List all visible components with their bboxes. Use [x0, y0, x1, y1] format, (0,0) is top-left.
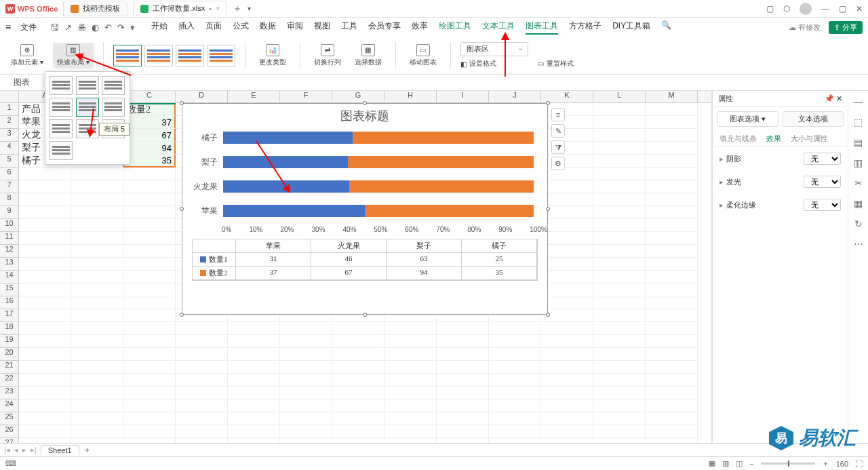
sheet-tab-1[interactable]: Sheet1	[41, 445, 79, 455]
file-menu[interactable]: 文件	[16, 20, 41, 35]
col-D[interactable]: D	[176, 91, 228, 102]
tab-menu-button[interactable]: ▾	[248, 5, 251, 12]
col-L[interactable]: L	[593, 91, 646, 102]
prop-softedge[interactable]: ▸柔化边缘无	[713, 193, 848, 216]
chart-styles-icon[interactable]: ✎	[551, 124, 565, 138]
layout-7[interactable]	[50, 119, 73, 138]
layout-2[interactable]	[76, 76, 99, 95]
tab-text-options[interactable]: 文本选项	[783, 111, 844, 127]
export-icon[interactable]: ↗	[64, 22, 72, 33]
style-thumb-4[interactable]	[207, 45, 235, 66]
search-icon[interactable]: 🔍	[661, 20, 671, 35]
zoom-out-icon[interactable]: −	[749, 460, 753, 468]
prop-shadow[interactable]: ▸阴影无	[713, 147, 848, 170]
zoom-level[interactable]: 160	[836, 460, 848, 468]
col-M[interactable]: M	[646, 91, 698, 102]
menu-efficiency[interactable]: 效率	[412, 20, 428, 35]
col-G[interactable]: G	[332, 91, 384, 102]
chart-elements-icon[interactable]: ≡	[551, 108, 565, 121]
menu-text-tools[interactable]: 文本工具	[482, 20, 515, 35]
sheet-next-icon[interactable]: ▸	[22, 446, 26, 454]
layout-10[interactable]	[50, 141, 73, 160]
menu-data[interactable]: 数据	[260, 20, 276, 35]
preview-icon[interactable]: ◐	[92, 22, 99, 33]
layout-5[interactable]	[76, 98, 99, 117]
sheet-prev-icon[interactable]: ◂	[14, 446, 18, 454]
menu-insert[interactable]: 插入	[178, 20, 195, 35]
subtab-size[interactable]: 大小与属性	[791, 134, 828, 144]
chart-area-select[interactable]: 图表区	[460, 42, 528, 56]
minimize-icon[interactable]: —	[821, 4, 829, 14]
undo-icon[interactable]: ↶	[104, 22, 112, 33]
softedge-select[interactable]: 无	[804, 199, 841, 211]
close-panel-icon[interactable]: ✕	[836, 94, 842, 102]
redo-icon[interactable]: ↷	[117, 22, 125, 33]
col-C[interactable]: C	[123, 91, 176, 102]
chart-object[interactable]: 图表标题 橘子梨子火龙果苹果 0%10%20%30%40%50%60%70%80…	[182, 103, 548, 315]
add-sheet-button[interactable]: ＋	[83, 445, 91, 455]
move-chart-button[interactable]: ▭移动图表	[406, 43, 441, 68]
menu-tools[interactable]: 工具	[341, 20, 357, 35]
save-icon[interactable]: 🖫	[50, 22, 59, 33]
style-thumb-3[interactable]	[176, 45, 204, 66]
maximize-icon[interactable]: ▢	[839, 4, 846, 14]
menu-review[interactable]: 审阅	[287, 20, 303, 35]
side-filter-icon[interactable]: ▥	[854, 157, 863, 168]
close-window-icon[interactable]: ✕	[856, 4, 863, 14]
side-refresh-icon[interactable]: ↻	[854, 218, 863, 229]
sheet-last-icon[interactable]: ▸|	[31, 446, 37, 454]
sheet-first-icon[interactable]: |◂	[4, 446, 10, 454]
menu-fangfang[interactable]: 方方格子	[569, 20, 601, 35]
prop-glow[interactable]: ▸发光无	[713, 170, 848, 193]
cloud-status[interactable]: ☁ 有修改	[789, 22, 821, 33]
share-button[interactable]: ⇪ 分享	[829, 21, 863, 34]
side-more-icon[interactable]: ⋯	[854, 239, 863, 250]
tab-templates[interactable]: 找稻壳模板	[63, 1, 127, 16]
menu-chart-tools[interactable]: 图表工具	[526, 20, 558, 35]
menu-icon[interactable]: ≡	[5, 22, 11, 33]
glow-select[interactable]: 无	[804, 176, 841, 188]
window-restore-icon[interactable]: ▢	[766, 4, 774, 14]
zoom-in-icon[interactable]: ＋	[822, 458, 829, 469]
shadow-select[interactable]: 无	[804, 153, 841, 165]
col-J[interactable]: J	[489, 91, 541, 102]
menu-diy[interactable]: DIY工具箱	[612, 20, 650, 35]
set-format-button[interactable]: ◧ 设置格式	[460, 59, 528, 68]
layout-8[interactable]	[76, 119, 99, 138]
pin-icon[interactable]: 📌	[825, 94, 834, 102]
new-tab-button[interactable]: ＋	[233, 3, 242, 15]
side-style-icon[interactable]: ▤	[854, 137, 863, 148]
subtab-effect[interactable]: 效果	[766, 134, 781, 144]
layout-3[interactable]	[102, 76, 125, 95]
menu-view[interactable]: 视图	[314, 20, 330, 35]
reset-style-button[interactable]: ▭ 重置样式	[538, 59, 574, 68]
select-all-corner[interactable]	[0, 91, 19, 102]
view-page-icon[interactable]: ▥	[722, 459, 729, 468]
menu-drawing-tools[interactable]: 绘图工具	[439, 20, 471, 35]
name-box[interactable]: 图表	[0, 77, 43, 88]
view-break-icon[interactable]: ◫	[736, 459, 743, 468]
side-layers-icon[interactable]: ▦	[854, 198, 863, 209]
qat-more-icon[interactable]: ▾	[130, 22, 135, 33]
col-F[interactable]: F	[280, 91, 332, 102]
tab-chart-options[interactable]: 图表选项 ▾	[717, 111, 778, 127]
menu-vip[interactable]: 会员专享	[368, 20, 401, 35]
menu-start[interactable]: 开始	[151, 20, 167, 35]
layout-6[interactable]	[102, 98, 125, 117]
side-sort-icon[interactable]: ✂	[854, 178, 863, 189]
quick-layout-button[interactable]: ▥快速布局 ▾	[53, 43, 94, 68]
select-data-button[interactable]: ▦选择数据	[351, 43, 386, 68]
change-type-button[interactable]: 📊更改类型	[255, 43, 290, 68]
chart-filter-icon[interactable]: ⧩	[551, 140, 565, 154]
chart-title[interactable]: 图表标题	[182, 104, 547, 125]
cube-icon[interactable]: ⬡	[783, 4, 790, 14]
menu-page[interactable]: 页面	[205, 20, 222, 35]
style-thumb-2[interactable]	[144, 45, 173, 66]
side-minus-icon[interactable]: —	[854, 96, 863, 107]
avatar[interactable]	[800, 3, 812, 15]
zoom-slider[interactable]	[761, 463, 815, 465]
tab-workbook[interactable]: 工作簿数量.xlsx•×	[133, 1, 227, 16]
style-gallery[interactable]	[113, 45, 235, 66]
add-element-button[interactable]: ⊕添加元素 ▾	[7, 43, 47, 68]
layout-dropdown[interactable]	[45, 71, 130, 165]
